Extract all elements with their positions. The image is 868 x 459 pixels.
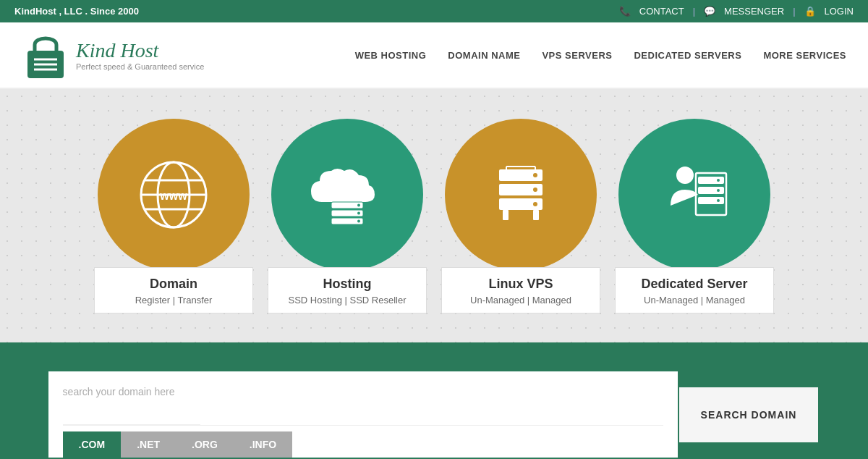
svg-rect-24: [533, 210, 539, 220]
svg-rect-29: [698, 177, 724, 184]
dedicated-title: Dedicated Server: [623, 277, 766, 292]
svg-point-15: [357, 211, 360, 214]
dedicated-subtitle: Un-Managed | Managed: [623, 295, 766, 306]
header: Kind Host Perfect speed & Guaranteed ser…: [0, 22, 868, 89]
svg-point-28: [676, 167, 694, 184]
cloud-icon: [304, 155, 391, 235]
logo-host: Host: [120, 39, 158, 62]
dedicated-label: Dedicated Server Un-Managed | Managed: [615, 267, 774, 313]
hosting-label: Hosting SSD Hosting | SSD Reseller: [268, 267, 427, 313]
vps-label: Linux VPS Un-Managed | Managed: [441, 267, 600, 313]
svg-text:www: www: [159, 190, 187, 202]
globe-icon: www: [134, 155, 213, 235]
svg-point-33: [717, 189, 720, 192]
messenger-link[interactable]: MESSENGER: [724, 6, 784, 17]
messenger-icon: 💬: [704, 6, 715, 17]
server-icon: [481, 155, 561, 235]
svg-point-16: [357, 219, 360, 222]
nav-dedicated-servers[interactable]: DEDICATED SERVERS: [634, 50, 741, 61]
dedicated-icon: [655, 155, 734, 235]
hosting-circle: [271, 119, 423, 271]
hosting-subtitle: SSD Hosting | SSD Reseller: [276, 295, 419, 306]
logo[interactable]: Kind Host Perfect speed & Guaranteed ser…: [22, 30, 204, 80]
search-section: search your domain here .COM .NET .ORG .…: [0, 342, 868, 459]
logo-icon: [22, 30, 69, 80]
svg-point-14: [357, 203, 360, 206]
svg-point-21: [533, 188, 537, 192]
hosting-card[interactable]: Hosting SSD Hosting | SSD Reseller: [268, 119, 427, 313]
top-bar: KindHost , LLC . Since 2000 📞 CONTACT | …: [0, 0, 868, 22]
svg-point-34: [717, 199, 720, 202]
svg-rect-31: [698, 197, 724, 204]
dedicated-card[interactable]: Dedicated Server Un-Managed | Managed: [615, 119, 774, 313]
top-bar-links: 📞 CONTACT | 💬 MESSENGER | 🔒 LOGIN: [619, 6, 854, 17]
company-name: KindHost , LLC . Since 2000: [14, 6, 139, 17]
logo-title: Kind Host: [76, 39, 204, 62]
logo-text: Kind Host Perfect speed & Guaranteed ser…: [76, 39, 204, 71]
logo-kind: Kind: [76, 39, 120, 62]
domain-circle: www: [98, 119, 250, 271]
hosting-title: Hosting: [276, 277, 419, 292]
svg-point-22: [533, 202, 537, 206]
separator-1: |: [693, 6, 695, 17]
nav-vps-servers[interactable]: VPS SERVERS: [542, 50, 612, 61]
tld-info[interactable]: .INFO: [234, 431, 292, 458]
vps-title: Linux VPS: [449, 277, 592, 292]
search-box: search your domain here .COM .NET .ORG .…: [48, 371, 678, 458]
hero-section: www Domain Register | Transfer Hosting: [0, 89, 868, 342]
search-domain-button[interactable]: SEARCH DOMAIN: [678, 386, 820, 444]
logo-svg: [24, 30, 67, 80]
nav-domain-name[interactable]: DOMAIN NAME: [448, 50, 520, 61]
login-icon: 🔒: [804, 6, 816, 17]
vps-card[interactable]: Linux VPS Un-Managed | Managed: [441, 119, 600, 313]
nav-more-services[interactable]: MORE SERVICES: [763, 50, 846, 61]
nav-web-hosting[interactable]: WEB HOSTING: [355, 50, 427, 61]
dedicated-circle: [618, 119, 770, 271]
domain-subtitle: Register | Transfer: [102, 295, 245, 306]
tld-com[interactable]: .COM: [63, 431, 122, 458]
contact-link[interactable]: CONTACT: [639, 6, 684, 17]
tld-tabs: .COM .NET .ORG .INFO: [63, 431, 663, 458]
main-nav: WEB HOSTING DOMAIN NAME VPS SERVERS DEDI…: [355, 50, 846, 61]
logo-subtitle: Perfect speed & Guaranteed service: [76, 62, 204, 71]
search-label: search your domain here: [63, 386, 663, 397]
separator-2: |: [793, 6, 795, 17]
vps-circle: [445, 119, 597, 271]
svg-rect-23: [503, 210, 509, 220]
tld-org[interactable]: .ORG: [176, 431, 234, 458]
search-input[interactable]: [63, 405, 200, 425]
vps-subtitle: Un-Managed | Managed: [449, 295, 592, 306]
tld-net[interactable]: .NET: [121, 431, 176, 458]
svg-rect-30: [698, 187, 724, 194]
login-link[interactable]: LOGIN: [825, 6, 854, 17]
svg-point-32: [717, 179, 720, 182]
svg-point-20: [533, 173, 537, 177]
domain-label: Domain Register | Transfer: [94, 267, 253, 313]
contact-icon: 📞: [619, 6, 631, 17]
domain-title: Domain: [102, 277, 245, 292]
domain-card[interactable]: www Domain Register | Transfer: [94, 119, 253, 313]
